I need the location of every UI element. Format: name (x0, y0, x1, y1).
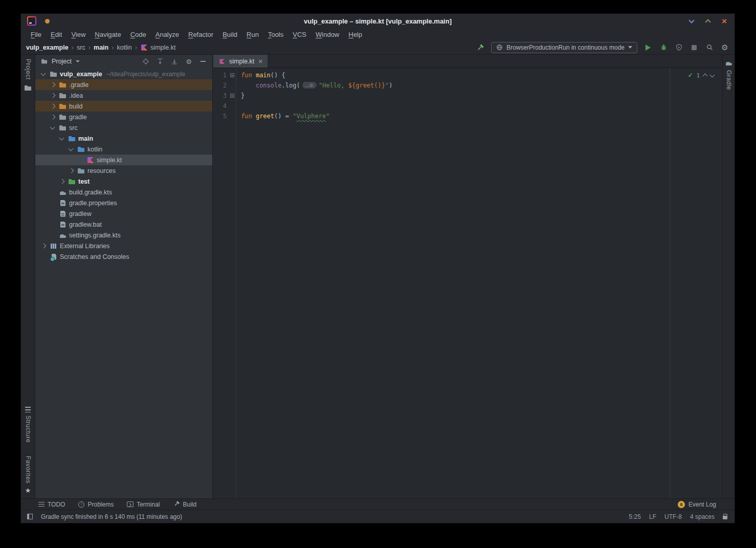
next-problem-icon[interactable] (710, 72, 715, 77)
tree-expander-icon[interactable] (49, 81, 57, 89)
event-log-button[interactable]: 6 Event Log (678, 501, 716, 508)
breadcrumb-item-vulp-example[interactable]: vulp_example (26, 44, 69, 51)
maximize-button[interactable] (700, 14, 716, 28)
close-tab-icon[interactable]: × (258, 58, 262, 65)
menu-item-file[interactable]: File (26, 30, 46, 39)
debug-button[interactable] (659, 43, 668, 52)
breadcrumb-item-simple-kt[interactable]: simple.kt (140, 43, 175, 52)
breadcrumb-item-src[interactable]: src (77, 44, 85, 51)
tree-item-vulp-example[interactable]: vulp_example~/IdeaProjects/vulp_example (35, 69, 212, 79)
locate-file-button[interactable] (142, 57, 150, 65)
minimize-button[interactable] (683, 14, 700, 28)
line-separator[interactable]: LF (649, 513, 656, 520)
editor-body[interactable]: 12345 fun main() { console.log(…o:"Hello… (213, 68, 722, 498)
toolwindow-stripe-structure[interactable]: Structure (25, 407, 32, 443)
breadcrumb-item-kotlin[interactable]: kotlin (117, 44, 132, 51)
tree-item-src[interactable]: src (35, 122, 212, 133)
toolwindow-stripe-project[interactable]: Project (24, 59, 32, 92)
tree-expander-icon[interactable] (67, 145, 75, 154)
tree-item-gradlew[interactable]: gradlew (35, 208, 212, 219)
tree-expander-icon[interactable] (58, 135, 66, 143)
menu-item-build[interactable]: Build (218, 30, 242, 39)
tree-item-build-gradle-kts[interactable]: build.gradle.kts (35, 187, 212, 198)
tree-item-external-libraries[interactable]: External Libraries (35, 240, 212, 251)
tree-item-gradlew-bat[interactable]: gradlew.bat (35, 219, 212, 230)
tree-expander-icon[interactable] (39, 70, 48, 78)
run-with-coverage-button[interactable] (674, 43, 683, 52)
toolwindow-stripe-gradle[interactable]: Gradle (725, 59, 733, 90)
lock-icon[interactable] (723, 516, 727, 519)
gradle-elephant-icon (725, 59, 733, 67)
hide-panel-button[interactable] (199, 57, 207, 65)
tree-item-resources[interactable]: resources (35, 165, 212, 176)
file-encoding[interactable]: UTF-8 (664, 513, 682, 520)
toolwindow-button-todo[interactable]: TODO (38, 501, 65, 508)
search-everywhere-button[interactable] (705, 43, 714, 52)
code-line[interactable]: console.log(…o:"Hello, ${greet()}") (237, 80, 715, 91)
toolwindow-toggle-icon[interactable] (27, 514, 33, 519)
previous-problem-icon[interactable] (703, 74, 708, 79)
expand-all-button[interactable] (156, 57, 164, 65)
menu-item-run[interactable]: Run (242, 30, 263, 39)
tree-item-test[interactable]: test (35, 176, 212, 187)
code-line[interactable] (237, 101, 715, 111)
toolwindow-button-problems[interactable]: !Problems (78, 501, 114, 508)
tree-expander-icon[interactable] (49, 102, 57, 111)
code-line[interactable]: fun greet() = "Vulphere" (237, 111, 715, 121)
menu-item-edit[interactable]: Edit (46, 30, 66, 39)
tree-item-label: .idea (69, 92, 83, 99)
menu-item-refactor[interactable]: Refactor (184, 30, 218, 39)
tree-item-main[interactable]: main (35, 133, 212, 144)
tree-item-idea[interactable]: .idea (35, 90, 212, 101)
tree-item-gradle-properties[interactable]: gradle.properties (35, 198, 212, 208)
project-panel-title[interactable]: Project (52, 58, 72, 65)
tree-item-scratches-and-consoles[interactable]: Scratches and Consoles (35, 251, 212, 262)
close-button[interactable]: × (716, 14, 732, 28)
tab-simple-kt[interactable]: simple.kt × (213, 55, 268, 68)
build-hammer-icon[interactable] (476, 43, 485, 52)
tree-item-build[interactable]: build (35, 101, 212, 112)
breadcrumb-item-main[interactable]: main (94, 44, 108, 51)
inspections-widget[interactable]: ✓ 1 (688, 72, 714, 79)
tree-item-label: build.gradle.kts (69, 189, 112, 196)
tree-item-kotlin[interactable]: kotlin (35, 144, 212, 155)
tree-item-settings-gradle-kts[interactable]: settings.gradle.kts (35, 230, 212, 240)
code-line[interactable]: } (237, 91, 715, 101)
menu-item-navigate[interactable]: Navigate (90, 30, 125, 39)
toolwindow-stripe-favorites[interactable]: Favorites ★ (25, 456, 32, 494)
stop-button[interactable] (690, 43, 699, 52)
status-message[interactable]: Gradle sync finished in 6 s 140 ms (11 m… (41, 513, 182, 520)
tree-expander-icon[interactable] (67, 167, 75, 175)
tree-expander-spacer (49, 210, 57, 218)
ide-window: vulp_example – simple.kt [vulp_example.m… (20, 13, 735, 523)
fold-marker-icon[interactable] (230, 73, 234, 77)
breadcrumb-separator: › (72, 43, 74, 51)
settings-button[interactable]: ⚙ (720, 43, 729, 52)
menu-item-code[interactable]: Code (126, 30, 151, 39)
tree-expander-icon[interactable] (49, 124, 57, 132)
menu-item-help[interactable]: Help (344, 30, 367, 39)
toolwindow-button-terminal[interactable]: Terminal (127, 501, 160, 508)
toolwindow-button-build[interactable]: Build (173, 500, 197, 509)
tree-expander-icon[interactable] (39, 242, 48, 250)
menu-item-view[interactable]: View (66, 30, 90, 39)
run-configuration-select[interactable]: BrowserProductionRun in continuous mode (491, 42, 637, 53)
tree-expander-icon[interactable] (58, 178, 66, 186)
code-line[interactable]: fun main() { (237, 70, 715, 80)
run-button[interactable] (643, 43, 653, 52)
menu-item-tools[interactable]: Tools (263, 30, 288, 39)
tree-item-gradle[interactable]: .gradle (35, 79, 212, 90)
menu-item-vcs[interactable]: VCS (288, 30, 311, 39)
tree-expander-icon[interactable] (49, 113, 57, 121)
caret-position[interactable]: 5:25 (629, 513, 641, 520)
fold-marker-icon[interactable] (230, 94, 234, 98)
indent-setting[interactable]: 4 spaces (690, 513, 715, 520)
tree-item-simple-kt[interactable]: simple.kt (35, 155, 212, 165)
menu-item-window[interactable]: Window (311, 30, 344, 39)
tree-expander-icon[interactable] (49, 92, 57, 100)
folder-icon (59, 113, 67, 121)
menu-item-analyze[interactable]: Analyze (151, 30, 184, 39)
panel-settings-button[interactable]: ⚙ (185, 57, 193, 65)
tree-item-gradle[interactable]: gradle (35, 112, 212, 122)
collapse-all-button[interactable] (170, 57, 179, 65)
